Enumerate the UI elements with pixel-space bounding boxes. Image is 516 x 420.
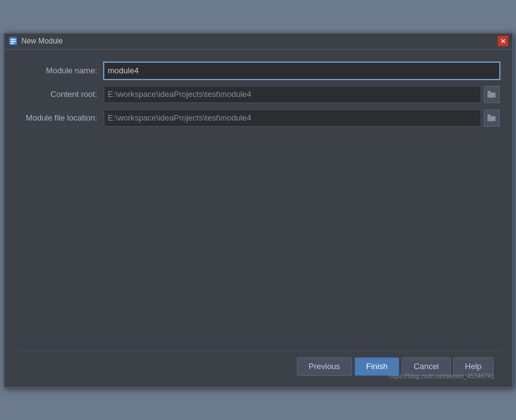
module-file-location-input[interactable] (104, 109, 481, 127)
form-area: Module name: Content root: (17, 62, 500, 127)
content-spacer (17, 127, 500, 344)
module-file-location-browse-button[interactable] (484, 109, 500, 127)
content-root-input-wrap (104, 86, 500, 103)
module-name-row: Module name: (17, 62, 500, 80)
module-file-location-row: Module file location: (17, 109, 500, 127)
dialog-title: New Module (22, 37, 63, 45)
content-root-label: Content root: (17, 89, 104, 99)
content-root-row: Content root: (17, 86, 500, 103)
close-button[interactable]: ✕ (497, 35, 509, 47)
footer: Previous Finish Cancel Help https://blog… (17, 350, 500, 381)
title-bar-left: New Module (8, 36, 63, 46)
new-module-dialog: New Module ✕ Module name: Content root: (4, 33, 513, 388)
content-root-browse-button[interactable] (484, 86, 500, 103)
svg-rect-5 (487, 91, 491, 93)
content-root-input[interactable] (104, 86, 481, 103)
module-file-location-label: Module file location: (17, 113, 104, 122)
module-name-input[interactable] (104, 62, 500, 80)
module-name-input-wrap (104, 62, 500, 80)
svg-rect-3 (11, 43, 14, 44)
svg-rect-1 (11, 39, 16, 40)
title-bar-controls: ✕ (497, 35, 509, 47)
title-bar: New Module ✕ (4, 34, 512, 50)
watermark: https://blog.csdn.net/weixin_45346741 (389, 373, 494, 380)
previous-button[interactable]: Previous (297, 357, 352, 376)
svg-rect-2 (11, 41, 16, 42)
svg-rect-7 (487, 114, 491, 117)
module-name-label: Module name: (17, 66, 104, 75)
module-file-location-input-wrap (104, 109, 500, 127)
dialog-body: Module name: Content root: (4, 50, 512, 387)
module-icon (8, 36, 18, 46)
